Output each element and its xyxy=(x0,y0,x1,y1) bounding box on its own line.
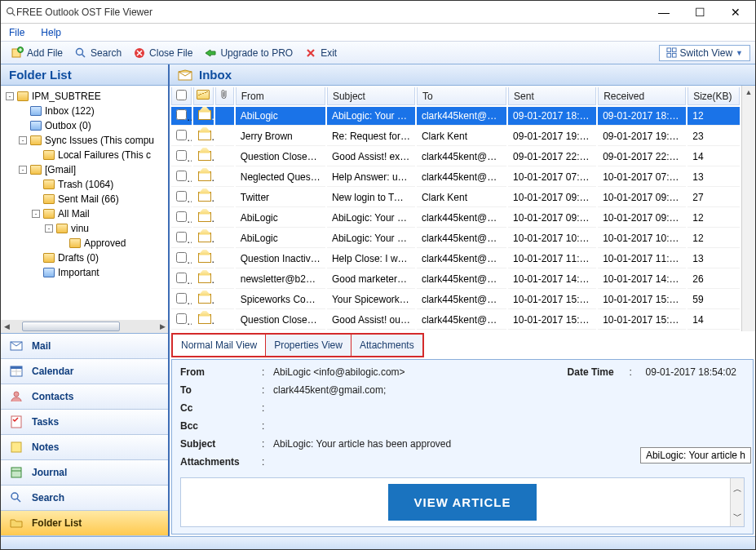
menu-help[interactable]: Help xyxy=(41,27,61,38)
exit-button[interactable]: Exit xyxy=(299,45,342,61)
add-file-button[interactable]: Add File xyxy=(6,45,68,61)
maximize-button[interactable]: ☐ xyxy=(688,6,711,19)
content-panel: Inbox From Subject To Se xyxy=(170,64,755,536)
menu-file[interactable]: File xyxy=(9,27,24,38)
tree-node[interactable]: Local Failures (This c xyxy=(2,148,166,162)
email-row[interactable]: Question Closed …Good Assist! outl…clark… xyxy=(171,311,740,330)
email-row[interactable]: Twitter New login to Twit…Clark Kent 10-… xyxy=(171,189,740,207)
cell-from: Neglected Questi… xyxy=(236,168,325,187)
col-size[interactable]: Size(KB) xyxy=(687,87,740,105)
cell-sent: 10-01-2017 15:47:… xyxy=(508,311,596,330)
col-checkbox[interactable] xyxy=(171,87,192,105)
tree-node[interactable]: Trash (1064) xyxy=(2,177,166,192)
body-vscrollbar[interactable]: ︿ ﹀ xyxy=(730,478,744,526)
tree-expander-icon[interactable]: - xyxy=(6,92,14,100)
email-row[interactable]: Question Inactive…Help Close: I wan…clar… xyxy=(171,250,740,268)
tab-properties[interactable]: Properties View xyxy=(266,335,351,356)
folder-icon xyxy=(43,268,55,277)
scroll-left-icon[interactable]: ◀ xyxy=(1,322,12,330)
tree-node[interactable]: Inbox (122) xyxy=(2,104,166,118)
cell-from: Question Closed … xyxy=(236,148,325,166)
tree-node[interactable]: -[Gmail] xyxy=(2,162,166,177)
cell-received: 10-01-2017 07:31:… xyxy=(598,168,686,187)
exit-icon xyxy=(304,47,317,60)
email-vscrollbar[interactable]: ▲ xyxy=(741,86,755,331)
view-article-button[interactable]: VIEW ARTICLE xyxy=(388,484,537,521)
tree-node[interactable]: Important xyxy=(2,265,166,280)
nav-item-search[interactable]: Search xyxy=(1,486,168,511)
tab-attachments[interactable]: Attachments xyxy=(351,335,422,356)
nav-item-tasks[interactable]: Tasks xyxy=(1,410,168,435)
tree-expander-icon[interactable]: - xyxy=(32,210,40,218)
col-sent[interactable]: Sent xyxy=(508,87,596,105)
close-file-button[interactable]: Close File xyxy=(128,45,197,61)
tree-expander-icon[interactable]: - xyxy=(19,166,27,174)
cell-sent: 10-01-2017 09:41:… xyxy=(508,189,596,207)
tree-node-label: vinu xyxy=(71,223,89,234)
folder-tree[interactable]: -IPM_SUBTREEInbox (122)Outbox (0)-Sync I… xyxy=(1,86,168,320)
body-scroll-down-icon[interactable]: ﹀ xyxy=(731,505,744,526)
select-all-checkbox[interactable] xyxy=(176,90,187,100)
nav-item-folder-list[interactable]: Folder List xyxy=(1,511,168,536)
scroll-thumb[interactable] xyxy=(22,322,120,331)
search-button[interactable]: Search xyxy=(69,45,126,61)
switch-view-button[interactable]: Switch View ▼ xyxy=(659,45,750,61)
email-row[interactable]: AbiLogic AbiLogic: Your art…clark445kent… xyxy=(171,107,740,126)
tree-node[interactable]: Outbox (0) xyxy=(2,118,166,133)
nav-item-mail[interactable]: Mail xyxy=(1,334,168,359)
row-checkbox[interactable] xyxy=(176,109,187,120)
tree-node[interactable]: Sent Mail (66) xyxy=(2,192,166,206)
row-checkbox[interactable] xyxy=(176,150,187,161)
row-checkbox[interactable] xyxy=(176,232,187,242)
nav-item-contacts[interactable]: Contacts xyxy=(1,384,168,410)
body-scroll-up-icon[interactable]: ︿ xyxy=(731,478,744,499)
scroll-up-icon[interactable]: ▲ xyxy=(742,86,755,99)
email-row[interactable]: AbiLogic AbiLogic: Your art…clark445kent… xyxy=(171,209,740,228)
email-row[interactable]: Jerry Brown Re: Request for G…Clark Kent… xyxy=(171,127,740,146)
cell-subject: AbiLogic: Your art… xyxy=(327,209,415,228)
nav-item-journal[interactable]: Journal xyxy=(1,460,168,486)
tree-node[interactable]: -All Mail xyxy=(2,206,166,221)
cell-sent: 10-01-2017 15:45:… xyxy=(508,291,596,309)
row-checkbox[interactable] xyxy=(176,252,187,263)
tree-node[interactable]: Drafts (0) xyxy=(2,251,166,265)
col-read-icon[interactable] xyxy=(193,87,214,105)
sidebar-header: Folder List xyxy=(1,64,168,86)
content-title: Inbox xyxy=(199,68,232,82)
tree-hscrollbar[interactable]: ◀ ▶ xyxy=(1,320,168,333)
cell-to: clark445kent@g… xyxy=(417,311,506,330)
row-checkbox[interactable] xyxy=(176,293,187,304)
tree-expander-icon[interactable]: - xyxy=(19,136,27,144)
cell-subject: Help Close: I wan… xyxy=(327,250,415,268)
tree-expander-icon[interactable]: - xyxy=(45,224,53,233)
tree-node[interactable]: -Sync Issues (This compu xyxy=(2,133,166,148)
close-button[interactable]: ✕ xyxy=(724,6,747,19)
tree-node[interactable]: Approved xyxy=(2,236,166,251)
nav-item-notes[interactable]: Notes xyxy=(1,435,168,460)
scroll-right-icon[interactable]: ▶ xyxy=(157,322,168,330)
email-row[interactable]: Spiceworks Com…Your Spiceworks …clark445… xyxy=(171,291,740,309)
nav-item-calendar[interactable]: Calendar xyxy=(1,359,168,384)
row-checkbox[interactable] xyxy=(176,171,187,181)
col-to[interactable]: To xyxy=(417,87,506,105)
tree-node[interactable]: -vinu xyxy=(2,221,166,236)
col-attachment-icon[interactable] xyxy=(215,87,234,105)
email-row[interactable]: newsletter@b2b…Good marketers …clark445k… xyxy=(171,270,740,289)
col-received[interactable]: Received xyxy=(598,87,686,105)
col-subject[interactable]: Subject xyxy=(327,87,415,105)
upgrade-button[interactable]: Upgrade to PRO xyxy=(199,45,298,61)
row-checkbox[interactable] xyxy=(176,211,187,222)
col-from[interactable]: From xyxy=(236,87,325,105)
minimize-button[interactable]: — xyxy=(652,6,675,19)
cell-received: 10-01-2017 15:45:… xyxy=(598,291,686,309)
preview-tabs: Normal Mail View Properties View Attachm… xyxy=(171,333,424,357)
email-row[interactable]: AbiLogic AbiLogic: Your art…clark445kent… xyxy=(171,229,740,248)
tab-normal-mail[interactable]: Normal Mail View xyxy=(173,335,266,356)
tree-node[interactable]: -IPM_SUBTREE xyxy=(2,89,166,104)
email-row[interactable]: Neglected Questi…Help Answer: use…clark4… xyxy=(171,168,740,187)
row-checkbox[interactable] xyxy=(176,191,187,202)
email-row[interactable]: Question Closed …Good Assist! exch…clark… xyxy=(171,148,740,166)
row-checkbox[interactable] xyxy=(176,273,187,283)
row-checkbox[interactable] xyxy=(176,130,187,140)
row-checkbox[interactable] xyxy=(176,313,187,324)
